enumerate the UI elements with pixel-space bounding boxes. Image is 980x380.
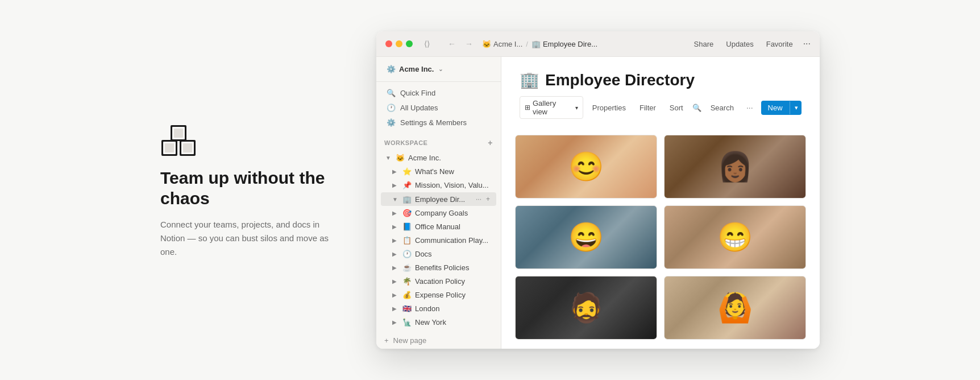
new-button-label[interactable]: New	[761, 101, 790, 115]
forward-arrow-icon[interactable]: →	[463, 38, 475, 49]
new-record-button[interactable]: New ▾	[761, 101, 802, 115]
sidebar-global-nav: 🔍 Quick Find 🕐 All Updates ⚙️ Settings &…	[376, 82, 501, 134]
london-label: London	[415, 304, 492, 313]
sidebar-item-mission[interactable]: ▶ 📌 Mission, Vision, Valu...	[381, 179, 496, 192]
workspace-add-button[interactable]: +	[488, 138, 493, 147]
sidebar-item-office-manual[interactable]: ▶ 📘 Office Manual	[381, 220, 496, 233]
sidebar-item-new-york[interactable]: ▶ 🗽 New York	[381, 316, 496, 329]
arrow-whats-new-icon: ▶	[392, 168, 399, 175]
sidebar-item-all-updates[interactable]: 🕐 All Updates	[381, 101, 496, 115]
sidebar-item-company-goals[interactable]: ▶ 🎯 Company Goals	[381, 206, 496, 220]
arrow-comm-icon: ▶	[392, 237, 399, 243]
gallery-card-man[interactable]	[515, 276, 657, 340]
gallery-card-delaney[interactable]: 🧑 Delaney Beatty	[664, 205, 806, 269]
sidebar-item-london[interactable]: ▶ 🇬🇧 London	[381, 302, 496, 315]
emoji-whats-new-icon: ⭐	[402, 167, 412, 176]
office-manual-label: Office Manual	[415, 222, 492, 231]
close-button[interactable]	[385, 40, 392, 47]
tree-arrow-down-icon: ▼	[385, 155, 392, 161]
updates-button[interactable]: Updates	[724, 39, 755, 49]
search-toolbar-icon[interactable]: 🔍	[692, 104, 701, 112]
sidebar-item-whats-new[interactable]: ▶ ⭐ What's New	[381, 165, 496, 178]
navigation-arrows: ← →	[446, 38, 475, 49]
emoji-mission-icon: 📌	[402, 181, 412, 189]
sidebar-item-expense[interactable]: ▶ 💰 Expense Policy	[381, 288, 496, 301]
arrow-benefits-icon: ▶	[392, 265, 399, 271]
clock-icon: 🕐	[387, 104, 396, 112]
breadcrumb-workspace[interactable]: 🐱 Acme I...	[482, 40, 522, 48]
acme-root-label: Acme Inc.	[408, 154, 492, 162]
new-page-button[interactable]: + New page	[376, 333, 501, 348]
arrow-docs-icon: ▶	[392, 251, 399, 257]
sidebar-toggle-icon[interactable]: ⟨⟩	[424, 39, 430, 48]
breadcrumb: 🐱 Acme I... / 🏢 Employee Dire...	[482, 40, 597, 48]
sidebar: ⚙️ Acme Inc. ⌄ 🔍 Quick Find 🕐 All Update…	[376, 57, 501, 349]
marketing-subtext: Connect your teams, projects, and docs i…	[160, 218, 342, 259]
current-page-emoji-icon: 🏢	[531, 40, 541, 48]
workspace-section-label: WORKSPACE	[384, 139, 427, 146]
gallery-view-icon: ⊞	[525, 104, 530, 111]
maximize-button[interactable]	[406, 40, 413, 47]
emily-photo	[516, 135, 657, 198]
svg-rect-7	[183, 143, 192, 152]
properties-button[interactable]: Properties	[588, 101, 630, 114]
gallery-card-emily[interactable]: 🧑 Emily Morris	[515, 135, 657, 199]
notion-blocks-logo	[160, 122, 206, 159]
gallery-grid: 🧑 Emily Morris 👩 Lenna Hamill	[501, 130, 820, 349]
sidebar-item-settings[interactable]: ⚙️ Settings & Members	[381, 115, 496, 130]
sort-button[interactable]: Sort	[665, 101, 688, 114]
current-page-label: Employee Dire...	[543, 40, 597, 48]
filter-button[interactable]: Filter	[635, 101, 661, 114]
traffic-lights	[385, 40, 413, 47]
gallery-card-jaclyn[interactable]: 🧑 Jaclyn Botsford	[515, 205, 657, 269]
new-button-chevron-down-icon[interactable]: ▾	[790, 101, 802, 114]
share-button[interactable]: Share	[692, 39, 716, 49]
titlebar-actions: Share Updates Favorite ···	[692, 39, 811, 49]
workspace-name[interactable]: ⚙️ Acme Inc. ⌄	[383, 63, 494, 76]
view-chevron-down-icon: ▾	[575, 105, 578, 111]
search-button[interactable]: Search	[706, 101, 738, 114]
item-more-icon[interactable]: ···	[474, 195, 483, 204]
vacation-label: Vacation Policy	[415, 277, 492, 286]
sidebar-item-benefits[interactable]: ▶ ☕ Benefits Policies	[381, 261, 496, 274]
sidebar-item-comm-play[interactable]: ▶ 📋 Communication Play...	[381, 234, 496, 247]
new-page-label: New page	[393, 336, 427, 345]
sidebar-item-vacation[interactable]: ▶ 🌴 Vacation Policy	[381, 275, 496, 288]
gallery-card-woman[interactable]	[664, 276, 806, 340]
sidebar-item-docs[interactable]: ▶ 🕐 Docs	[381, 247, 496, 261]
arrow-goals-icon: ▶	[392, 210, 399, 216]
sidebar-top: ⚙️ Acme Inc. ⌄	[376, 57, 501, 82]
titlebar-more-icon[interactable]: ···	[803, 39, 811, 49]
page-title-row: 🏢 Employee Directory	[520, 71, 802, 89]
breadcrumb-current[interactable]: 🏢 Employee Dire...	[531, 40, 597, 48]
item-add-icon[interactable]: +	[484, 195, 492, 204]
lenna-card-footer: 👩 Lenna Hamill	[665, 198, 805, 199]
employee-dir-label: Employee Dir...	[415, 195, 471, 204]
minimize-button[interactable]	[396, 40, 402, 47]
sidebar-item-employee-dir[interactable]: ▼ 🏢 Employee Dir... ··· +	[381, 192, 496, 206]
page-content: 🏢 Employee Directory ⊞ Gallery view ▾ Pr…	[501, 57, 820, 349]
new-page-plus-icon: +	[384, 336, 389, 345]
gear-icon: ⚙️	[387, 118, 396, 127]
arrow-mission-icon: ▶	[392, 182, 399, 188]
whats-new-label: What's New	[415, 167, 492, 176]
delaney-card-footer: 🧑 Delaney Beatty	[665, 269, 805, 269]
arrow-london-icon: ▶	[392, 305, 399, 312]
workspace-icon: ⚙️	[387, 65, 396, 73]
jaclyn-card-footer: 🧑 Jaclyn Botsford	[516, 269, 657, 269]
marketing-section: Team up without the chaos Connect your t…	[160, 122, 342, 259]
all-updates-label: All Updates	[400, 104, 438, 112]
search-icon: 🔍	[387, 89, 396, 97]
workspace-avatar: 🐱	[482, 40, 491, 48]
favorite-button[interactable]: Favorite	[764, 39, 795, 49]
view-selector[interactable]: ⊞ Gallery view ▾	[520, 96, 583, 119]
gallery-card-lenna[interactable]: 👩 Lenna Hamill	[664, 135, 806, 199]
emoji-new-york-icon: 🗽	[402, 318, 412, 327]
toolbar-more-icon[interactable]: ···	[743, 101, 757, 114]
sidebar-item-acme-root[interactable]: ▼ 🐱 Acme Inc.	[381, 151, 496, 164]
back-arrow-icon[interactable]: ←	[446, 38, 458, 49]
jaclyn-photo	[516, 206, 657, 269]
settings-label: Settings & Members	[400, 118, 467, 127]
sidebar-item-quick-find[interactable]: 🔍 Quick Find	[381, 86, 496, 100]
mission-label: Mission, Vision, Valu...	[415, 181, 492, 189]
